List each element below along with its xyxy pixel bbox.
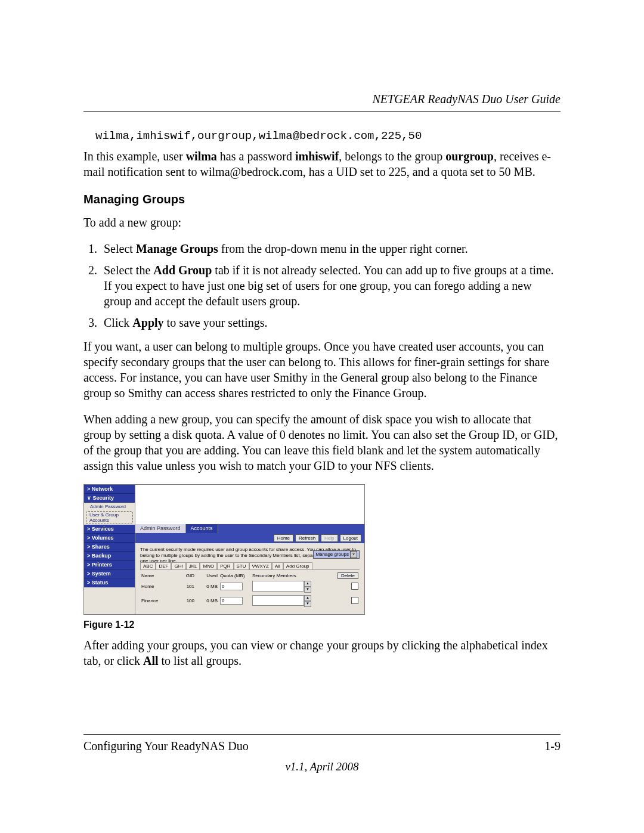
row-gid: 101 — [175, 583, 196, 590]
alpha-mno[interactable]: MNO — [200, 562, 217, 569]
alpha-def[interactable]: DEF — [156, 562, 171, 569]
paragraph-multiple-groups: If you want, a user can belong to multip… — [83, 339, 561, 401]
manage-dropdown[interactable]: Manage groups v — [313, 550, 360, 559]
header-rule — [83, 111, 561, 112]
step-2: Select the Add Group tab if it is not al… — [100, 262, 561, 309]
alpha-vwxyz[interactable]: VWXYZ — [249, 562, 272, 569]
col-members: Secondary Members — [251, 572, 319, 580]
home-button[interactable]: Home — [274, 534, 293, 542]
alpha-abc[interactable]: ABC — [140, 562, 156, 569]
members-textarea[interactable] — [252, 595, 304, 606]
tab-accounts[interactable]: Accounts — [186, 524, 218, 533]
row-name: Home — [140, 583, 175, 590]
nav-services[interactable]: > Services — [84, 525, 135, 534]
footer-version: v1.1, April 2008 — [83, 760, 561, 773]
sidebar: > Network ∨ Security Admin Password User… — [84, 485, 135, 614]
members-textarea[interactable] — [252, 581, 304, 592]
table-header: Name GID Used Quota (MB) Secondary Membe… — [140, 572, 360, 580]
delete-checkbox[interactable] — [351, 597, 358, 604]
nav-admin-password[interactable]: Admin Password — [84, 503, 135, 510]
chevron-down-icon[interactable]: v — [350, 551, 357, 558]
code-sample: wilma,imhiswif,ourgroup,wilma@bedrock.co… — [95, 129, 561, 143]
row-name: Finance — [140, 597, 175, 605]
col-quota: Quota (MB) — [219, 572, 251, 580]
nav-network[interactable]: > Network — [84, 485, 135, 494]
figure-caption: Figure 1-12 — [83, 620, 561, 630]
alpha-ghi[interactable]: GHI — [171, 562, 185, 569]
quota-input[interactable] — [220, 597, 243, 605]
nav-security[interactable]: ∨ Security — [84, 494, 135, 503]
delete-checkbox[interactable] — [351, 583, 358, 590]
help-button[interactable]: Help — [321, 534, 338, 542]
nav-user-group-accounts[interactable]: User & Group Accounts — [86, 511, 133, 524]
content-blank — [135, 485, 364, 524]
tab-admin-password[interactable]: Admin Password — [135, 524, 186, 533]
col-used: Used — [196, 572, 219, 580]
paragraph-disk-quota: When adding a new group, you can specify… — [83, 411, 561, 473]
alpha-all[interactable]: All — [272, 562, 283, 569]
tabs-row: Admin Password Accounts — [135, 524, 364, 533]
alpha-add-group[interactable]: Add Group — [283, 562, 312, 569]
paragraph-after-figure: After adding your groups, you can view o… — [83, 637, 561, 668]
nav-status[interactable]: > Status — [84, 578, 135, 587]
alpha-stu[interactable]: STU — [234, 562, 249, 569]
refresh-button[interactable]: Refresh — [295, 534, 319, 542]
alpha-jkl[interactable]: JKL — [186, 562, 200, 569]
nav-printers[interactable]: > Printers — [84, 561, 135, 569]
alpha-pqr[interactable]: PQR — [217, 562, 233, 569]
example-paragraph: In this example, user wilma has a passwo… — [83, 148, 561, 179]
table-row: Finance 100 0 MB ▲▼ — [140, 594, 360, 608]
row-gid: 100 — [175, 597, 196, 605]
logout-button[interactable]: Logout — [340, 534, 361, 542]
nav-system[interactable]: > System — [84, 569, 135, 578]
nav-backup[interactable]: > Backup — [84, 552, 135, 561]
footer-left: Configuring Your ReadyNAS Duo — [83, 739, 249, 753]
scroll-up-icon[interactable]: ▲ — [304, 581, 311, 587]
delete-header-button[interactable]: Delete — [338, 572, 358, 579]
row-used: 0 MB — [196, 583, 219, 590]
col-delete: Delete — [319, 572, 360, 580]
section-heading: Managing Groups — [83, 193, 561, 206]
quota-input[interactable] — [220, 583, 243, 590]
footer-rule — [83, 734, 561, 735]
footer-page-number: 1-9 — [544, 739, 561, 753]
step-1: Select Manage Groups from the drop-down … — [100, 241, 561, 256]
scroll-up-icon[interactable]: ▲ — [304, 595, 311, 601]
scroll-down-icon[interactable]: ▼ — [304, 601, 311, 607]
step-3: Click Apply to save your settings. — [100, 315, 561, 330]
groups-table: Name GID Used Quota (MB) Secondary Membe… — [140, 572, 360, 608]
col-gid: GID — [175, 572, 196, 580]
page-footer: Configuring Your ReadyNAS Duo 1-9 v1.1, … — [83, 734, 561, 773]
alpha-tabs: ABC DEF GHI JKL MNO PQR STU VWXYZ All Ad… — [140, 562, 360, 570]
page-header-title: NETGEAR ReadyNAS Duo User Guide — [83, 92, 561, 106]
scroll-down-icon[interactable]: ▼ — [304, 587, 311, 593]
nav-volumes[interactable]: > Volumes — [84, 534, 135, 543]
figure-screenshot: > Network ∨ Security Admin Password User… — [83, 484, 365, 615]
toolbar: Home Refresh Help Logout — [135, 533, 364, 543]
col-name: Name — [140, 572, 175, 580]
steps-list: Select Manage Groups from the drop-down … — [83, 241, 561, 330]
row-used: 0 MB — [196, 597, 219, 605]
intro-text: To add a new group: — [83, 215, 561, 230]
table-row: Home 101 0 MB ▲▼ — [140, 580, 360, 594]
nav-shares[interactable]: > Shares — [84, 543, 135, 552]
